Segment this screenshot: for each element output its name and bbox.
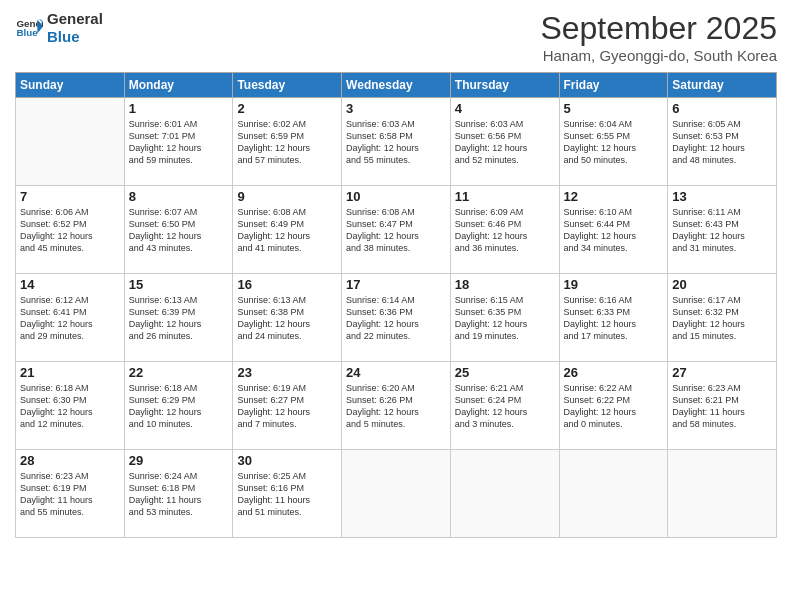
day-number: 10	[346, 189, 446, 204]
calendar-cell: 4Sunrise: 6:03 AM Sunset: 6:56 PM Daylig…	[450, 98, 559, 186]
day-info: Sunrise: 6:12 AM Sunset: 6:41 PM Dayligh…	[20, 294, 120, 343]
day-info: Sunrise: 6:24 AM Sunset: 6:18 PM Dayligh…	[129, 470, 229, 519]
calendar-cell: 25Sunrise: 6:21 AM Sunset: 6:24 PM Dayli…	[450, 362, 559, 450]
calendar-cell: 12Sunrise: 6:10 AM Sunset: 6:44 PM Dayli…	[559, 186, 668, 274]
calendar-cell: 18Sunrise: 6:15 AM Sunset: 6:35 PM Dayli…	[450, 274, 559, 362]
day-number: 17	[346, 277, 446, 292]
day-info: Sunrise: 6:20 AM Sunset: 6:26 PM Dayligh…	[346, 382, 446, 431]
day-number: 30	[237, 453, 337, 468]
day-info: Sunrise: 6:11 AM Sunset: 6:43 PM Dayligh…	[672, 206, 772, 255]
logo: General Blue General Blue	[15, 10, 103, 46]
day-number: 21	[20, 365, 120, 380]
calendar-week-row: 14Sunrise: 6:12 AM Sunset: 6:41 PM Dayli…	[16, 274, 777, 362]
calendar-week-row: 21Sunrise: 6:18 AM Sunset: 6:30 PM Dayli…	[16, 362, 777, 450]
calendar-cell: 14Sunrise: 6:12 AM Sunset: 6:41 PM Dayli…	[16, 274, 125, 362]
calendar-cell: 7Sunrise: 6:06 AM Sunset: 6:52 PM Daylig…	[16, 186, 125, 274]
calendar-cell: 22Sunrise: 6:18 AM Sunset: 6:29 PM Dayli…	[124, 362, 233, 450]
weekday-header: Wednesday	[342, 73, 451, 98]
calendar-cell: 30Sunrise: 6:25 AM Sunset: 6:16 PM Dayli…	[233, 450, 342, 538]
calendar-cell: 6Sunrise: 6:05 AM Sunset: 6:53 PM Daylig…	[668, 98, 777, 186]
calendar-cell: 1Sunrise: 6:01 AM Sunset: 7:01 PM Daylig…	[124, 98, 233, 186]
day-info: Sunrise: 6:02 AM Sunset: 6:59 PM Dayligh…	[237, 118, 337, 167]
day-number: 16	[237, 277, 337, 292]
calendar-cell: 23Sunrise: 6:19 AM Sunset: 6:27 PM Dayli…	[233, 362, 342, 450]
logo-blue: Blue	[47, 28, 103, 46]
day-number: 11	[455, 189, 555, 204]
day-info: Sunrise: 6:05 AM Sunset: 6:53 PM Dayligh…	[672, 118, 772, 167]
day-number: 3	[346, 101, 446, 116]
calendar-cell: 28Sunrise: 6:23 AM Sunset: 6:19 PM Dayli…	[16, 450, 125, 538]
day-number: 19	[564, 277, 664, 292]
logo-icon: General Blue	[15, 14, 43, 42]
calendar-cell: 21Sunrise: 6:18 AM Sunset: 6:30 PM Dayli…	[16, 362, 125, 450]
calendar-cell: 17Sunrise: 6:14 AM Sunset: 6:36 PM Dayli…	[342, 274, 451, 362]
day-number: 14	[20, 277, 120, 292]
day-info: Sunrise: 6:08 AM Sunset: 6:47 PM Dayligh…	[346, 206, 446, 255]
day-number: 24	[346, 365, 446, 380]
svg-text:Blue: Blue	[16, 27, 38, 38]
day-number: 29	[129, 453, 229, 468]
day-number: 18	[455, 277, 555, 292]
weekday-header: Tuesday	[233, 73, 342, 98]
day-number: 25	[455, 365, 555, 380]
location-subtitle: Hanam, Gyeonggi-do, South Korea	[540, 47, 777, 64]
day-info: Sunrise: 6:06 AM Sunset: 6:52 PM Dayligh…	[20, 206, 120, 255]
page-header: General Blue General Blue September 2025…	[15, 10, 777, 64]
day-info: Sunrise: 6:23 AM Sunset: 6:19 PM Dayligh…	[20, 470, 120, 519]
weekday-header: Thursday	[450, 73, 559, 98]
calendar-header-row: SundayMondayTuesdayWednesdayThursdayFrid…	[16, 73, 777, 98]
day-number: 2	[237, 101, 337, 116]
day-info: Sunrise: 6:25 AM Sunset: 6:16 PM Dayligh…	[237, 470, 337, 519]
weekday-header: Saturday	[668, 73, 777, 98]
day-info: Sunrise: 6:14 AM Sunset: 6:36 PM Dayligh…	[346, 294, 446, 343]
day-number: 5	[564, 101, 664, 116]
day-number: 6	[672, 101, 772, 116]
calendar-cell: 11Sunrise: 6:09 AM Sunset: 6:46 PM Dayli…	[450, 186, 559, 274]
calendar-week-row: 28Sunrise: 6:23 AM Sunset: 6:19 PM Dayli…	[16, 450, 777, 538]
calendar-table: SundayMondayTuesdayWednesdayThursdayFrid…	[15, 72, 777, 538]
logo-general: General	[47, 10, 103, 28]
day-number: 15	[129, 277, 229, 292]
calendar-cell: 15Sunrise: 6:13 AM Sunset: 6:39 PM Dayli…	[124, 274, 233, 362]
calendar-cell: 13Sunrise: 6:11 AM Sunset: 6:43 PM Dayli…	[668, 186, 777, 274]
day-info: Sunrise: 6:18 AM Sunset: 6:30 PM Dayligh…	[20, 382, 120, 431]
day-number: 20	[672, 277, 772, 292]
day-number: 23	[237, 365, 337, 380]
calendar-cell	[450, 450, 559, 538]
day-info: Sunrise: 6:10 AM Sunset: 6:44 PM Dayligh…	[564, 206, 664, 255]
calendar-cell	[668, 450, 777, 538]
calendar-cell: 27Sunrise: 6:23 AM Sunset: 6:21 PM Dayli…	[668, 362, 777, 450]
day-info: Sunrise: 6:03 AM Sunset: 6:56 PM Dayligh…	[455, 118, 555, 167]
day-info: Sunrise: 6:07 AM Sunset: 6:50 PM Dayligh…	[129, 206, 229, 255]
day-info: Sunrise: 6:08 AM Sunset: 6:49 PM Dayligh…	[237, 206, 337, 255]
weekday-header: Monday	[124, 73, 233, 98]
weekday-header: Friday	[559, 73, 668, 98]
day-info: Sunrise: 6:03 AM Sunset: 6:58 PM Dayligh…	[346, 118, 446, 167]
day-info: Sunrise: 6:13 AM Sunset: 6:38 PM Dayligh…	[237, 294, 337, 343]
day-info: Sunrise: 6:01 AM Sunset: 7:01 PM Dayligh…	[129, 118, 229, 167]
day-info: Sunrise: 6:22 AM Sunset: 6:22 PM Dayligh…	[564, 382, 664, 431]
day-number: 13	[672, 189, 772, 204]
day-number: 22	[129, 365, 229, 380]
calendar-cell	[16, 98, 125, 186]
day-info: Sunrise: 6:19 AM Sunset: 6:27 PM Dayligh…	[237, 382, 337, 431]
calendar-cell: 20Sunrise: 6:17 AM Sunset: 6:32 PM Dayli…	[668, 274, 777, 362]
calendar-cell: 8Sunrise: 6:07 AM Sunset: 6:50 PM Daylig…	[124, 186, 233, 274]
day-number: 1	[129, 101, 229, 116]
day-number: 9	[237, 189, 337, 204]
day-info: Sunrise: 6:09 AM Sunset: 6:46 PM Dayligh…	[455, 206, 555, 255]
month-title: September 2025	[540, 10, 777, 47]
weekday-header: Sunday	[16, 73, 125, 98]
calendar-cell: 24Sunrise: 6:20 AM Sunset: 6:26 PM Dayli…	[342, 362, 451, 450]
calendar-cell: 16Sunrise: 6:13 AM Sunset: 6:38 PM Dayli…	[233, 274, 342, 362]
calendar-cell: 5Sunrise: 6:04 AM Sunset: 6:55 PM Daylig…	[559, 98, 668, 186]
day-info: Sunrise: 6:13 AM Sunset: 6:39 PM Dayligh…	[129, 294, 229, 343]
day-info: Sunrise: 6:17 AM Sunset: 6:32 PM Dayligh…	[672, 294, 772, 343]
day-number: 28	[20, 453, 120, 468]
day-info: Sunrise: 6:21 AM Sunset: 6:24 PM Dayligh…	[455, 382, 555, 431]
day-number: 7	[20, 189, 120, 204]
calendar-cell: 9Sunrise: 6:08 AM Sunset: 6:49 PM Daylig…	[233, 186, 342, 274]
calendar-cell: 19Sunrise: 6:16 AM Sunset: 6:33 PM Dayli…	[559, 274, 668, 362]
day-info: Sunrise: 6:18 AM Sunset: 6:29 PM Dayligh…	[129, 382, 229, 431]
day-info: Sunrise: 6:16 AM Sunset: 6:33 PM Dayligh…	[564, 294, 664, 343]
